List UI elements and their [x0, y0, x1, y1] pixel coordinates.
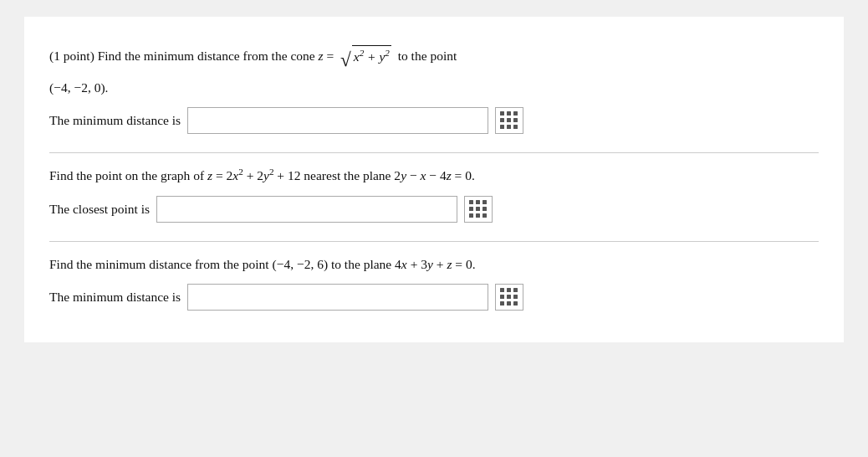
dot: [500, 111, 504, 116]
problem-3-answer-input[interactable]: [187, 284, 488, 311]
dot: [483, 200, 487, 204]
dot: [469, 200, 473, 204]
problem-1-grid-button[interactable]: [495, 107, 523, 134]
problem-2-grid-button[interactable]: [464, 196, 493, 223]
dot: [500, 295, 504, 299]
problem-1-answer-row: The minimum distance is: [49, 107, 819, 134]
problem-2-answer-row: The closest point is: [49, 196, 819, 223]
dot: [507, 111, 511, 116]
problem-1-prefix: (1 point) Find the minimum distance from…: [49, 49, 337, 63]
sqrt-expression: √ x2 + y2: [340, 46, 391, 69]
problem-1-text: (1 point) Find the minimum distance from…: [49, 45, 819, 69]
problem-3-answer-row: The minimum distance is: [49, 284, 819, 311]
dot: [483, 207, 487, 211]
dot: [500, 301, 504, 306]
grid-dots-3: [500, 288, 518, 306]
dot: [507, 118, 511, 122]
problem-2-block: Find the point on the graph of z = 2x2 +…: [49, 157, 819, 237]
dot: [507, 288, 511, 292]
problem-3-grid-button[interactable]: [495, 284, 523, 311]
page-container: (1 point) Find the minimum distance from…: [24, 17, 844, 342]
radical-sign: √: [340, 50, 351, 69]
dot: [513, 111, 518, 116]
dot: [513, 288, 518, 292]
dot: [483, 213, 487, 218]
divider-1: [49, 152, 819, 153]
dot: [513, 301, 518, 306]
dot: [513, 295, 518, 299]
problem-1-answer-label: The minimum distance is: [49, 113, 181, 128]
grid-dots-2: [469, 200, 488, 218]
divider-2: [49, 241, 819, 242]
dot: [476, 207, 480, 211]
problem-3-answer-label: The minimum distance is: [49, 290, 181, 305]
dot: [500, 125, 504, 129]
dot: [513, 125, 518, 129]
dot: [500, 288, 504, 292]
problem-1-suffix: to the point: [395, 49, 457, 63]
sqrt-content: x2 + y2: [352, 45, 391, 68]
problem-1-answer-input[interactable]: [187, 107, 488, 134]
dot: [507, 301, 511, 306]
dot: [469, 207, 473, 211]
dot: [507, 295, 511, 299]
problem-2-text: Find the point on the graph of z = 2x2 +…: [49, 165, 819, 187]
problem-1-block: (1 point) Find the minimum distance from…: [49, 37, 819, 149]
dot: [469, 213, 473, 218]
problem-3-text: Find the minimum distance from the point…: [49, 254, 819, 275]
problem-3-block: Find the minimum distance from the point…: [49, 245, 819, 326]
dot: [507, 125, 511, 129]
problem-2-answer-label: The closest point is: [49, 202, 150, 217]
problem-2-answer-input[interactable]: [156, 196, 457, 223]
problem-1-point: (−4, −2, 0).: [49, 77, 819, 99]
grid-dots-1: [500, 111, 518, 130]
dot: [476, 213, 480, 218]
dot: [513, 118, 518, 122]
dot: [476, 200, 480, 204]
dot: [500, 118, 504, 122]
